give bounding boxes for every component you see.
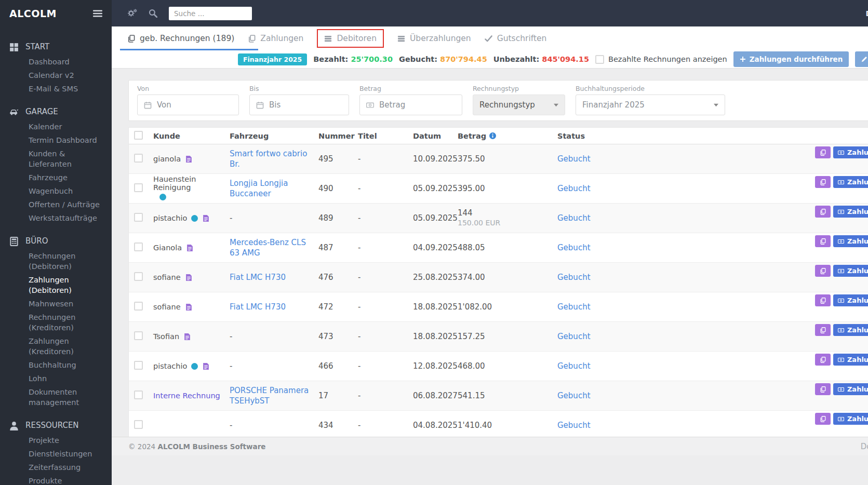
- status-link[interactable]: Gebucht: [557, 213, 591, 223]
- payments-button[interactable]: Zahlungen: [833, 265, 868, 277]
- customer-document-icon[interactable]: [183, 333, 191, 341]
- row-checkbox[interactable]: [134, 154, 143, 163]
- status-link[interactable]: Gebucht: [557, 391, 591, 400]
- payments-button[interactable]: Zahlungen: [833, 294, 868, 306]
- copy-invoice-button[interactable]: [815, 206, 831, 218]
- sidebar-item-dienstleistungen[interactable]: Dienstleistungen: [0, 447, 112, 461]
- row-checkbox[interactable]: [134, 213, 143, 222]
- from-date-input[interactable]: [157, 100, 232, 110]
- sidebar-item-rechnungen-debitoren[interactable]: Rechnungen (Debitoren): [0, 249, 112, 273]
- sidebar-item-offerten-aufträge[interactable]: Offerten / Aufträge: [0, 198, 112, 211]
- vehicle-link[interactable]: Smart fortwo cabrio Br.: [230, 149, 307, 169]
- row-checkbox[interactable]: [134, 331, 143, 340]
- payments-button[interactable]: Zahlungen: [833, 383, 868, 395]
- show-paid-checkbox[interactable]: [595, 55, 604, 64]
- sidebar-item-lohn[interactable]: Lohn: [0, 372, 112, 385]
- sidebar-item-mahnwesen[interactable]: Mahnwesen: [0, 297, 112, 311]
- vehicle-link[interactable]: -: [230, 213, 232, 223]
- customer-document-icon[interactable]: [185, 274, 193, 281]
- customer-name[interactable]: sofiane: [153, 273, 181, 281]
- customer-name[interactable]: sofiane: [153, 303, 181, 311]
- sidebar-item-e-mail-sms[interactable]: E-Mail & SMS: [0, 82, 112, 96]
- status-link[interactable]: Gebucht: [557, 332, 591, 341]
- status-link[interactable]: Gebucht: [557, 154, 591, 164]
- select-all-checkbox[interactable]: [134, 131, 143, 140]
- customer-name[interactable]: Tsofian: [153, 332, 179, 341]
- payments-button[interactable]: Zahlungen: [833, 324, 868, 336]
- tab-überzahlungen[interactable]: Überzahlungen: [397, 26, 471, 50]
- copy-invoice-button[interactable]: [815, 383, 831, 395]
- sidebar-section-ressourcen[interactable]: RESSOURCEN: [0, 417, 112, 434]
- copy-invoice-button[interactable]: [815, 413, 831, 425]
- row-checkbox[interactable]: [134, 243, 143, 251]
- sidebar-section-büro[interactable]: BÜRO: [0, 233, 112, 249]
- sidebar-item-zeiterfassung[interactable]: Zeiterfassung: [0, 461, 112, 474]
- change-status-button[interactable]: Status ändern: [855, 51, 868, 67]
- sidebar-item-rechnungen-kreditoren[interactable]: Rechnungen (Kreditoren): [0, 311, 112, 334]
- language-selector[interactable]: DE: [866, 9, 868, 18]
- customer-name[interactable]: pistachio: [153, 214, 187, 222]
- customer-document-icon[interactable]: [185, 155, 193, 163]
- vehicle-link[interactable]: Mercedes-Benz CLS 63 AMG: [230, 238, 306, 258]
- status-link[interactable]: Gebucht: [557, 302, 591, 312]
- menu-toggle-icon[interactable]: [93, 9, 102, 18]
- tab-debitoren[interactable]: Debitoren: [317, 29, 384, 48]
- info-icon[interactable]: [489, 132, 496, 139]
- status-link[interactable]: Gebucht: [557, 184, 591, 193]
- settings-gears-icon[interactable]: [127, 8, 137, 18]
- status-link[interactable]: Gebucht: [557, 421, 591, 430]
- copy-invoice-button[interactable]: [815, 265, 831, 277]
- payments-button[interactable]: Zahlungen: [833, 206, 868, 218]
- sidebar-item-termin-dashboard[interactable]: Termin Dashboard: [0, 133, 112, 147]
- search-icon[interactable]: [149, 9, 157, 18]
- customer-name[interactable]: Interne Rechnung: [153, 392, 220, 400]
- row-checkbox[interactable]: [134, 183, 143, 192]
- vehicle-link[interactable]: -: [230, 421, 232, 430]
- sidebar-item-kalender[interactable]: Kalender: [0, 120, 112, 133]
- customer-name[interactable]: Gianola: [153, 244, 182, 252]
- status-link[interactable]: Gebucht: [557, 243, 591, 252]
- payments-button[interactable]: Zahlungen: [833, 176, 868, 188]
- period-select[interactable]: Finanzjahr 2025: [576, 95, 725, 115]
- copy-invoice-button[interactable]: [815, 235, 831, 247]
- vehicle-link[interactable]: -: [230, 361, 232, 371]
- sidebar-item-dashboard[interactable]: Dashboard: [0, 55, 112, 69]
- tab-geb-rechnungen-189[interactable]: geb. Rechnungen (189): [127, 26, 234, 50]
- search-input[interactable]: [169, 7, 252, 20]
- tab-zahlungen[interactable]: Zahlungen: [248, 26, 303, 50]
- sidebar-item-calendar-v2[interactable]: Calendar v2: [0, 69, 112, 82]
- sidebar-section-start[interactable]: START: [0, 39, 112, 55]
- sidebar-item-projekte[interactable]: Projekte: [0, 434, 112, 447]
- copy-invoice-button[interactable]: [815, 176, 831, 188]
- amount-field[interactable]: [359, 95, 462, 115]
- tab-gutschriften[interactable]: Gutschriften: [485, 26, 547, 50]
- customer-name[interactable]: pistachio: [153, 362, 187, 370]
- row-checkbox[interactable]: [134, 420, 143, 429]
- vehicle-link[interactable]: Longjia Longjia Buccaneer: [230, 179, 288, 198]
- customer-document-icon[interactable]: [202, 214, 210, 222]
- customer-name[interactable]: Hauenstein Reinigung: [153, 175, 225, 192]
- sidebar-item-dokumenten-management[interactable]: Dokumenten management: [0, 385, 112, 409]
- amount-input[interactable]: [379, 100, 456, 110]
- row-checkbox[interactable]: [134, 272, 143, 281]
- vehicle-link[interactable]: Fiat LMC H730: [230, 273, 286, 282]
- make-payments-button[interactable]: Zahlungen durchführen: [733, 51, 849, 67]
- copy-invoice-button[interactable]: [815, 354, 831, 366]
- vehicle-link[interactable]: PORSCHE Panamera TSEHybST: [230, 386, 309, 406]
- sidebar-item-zahlungen-debitoren[interactable]: Zahlungen (Debitoren): [0, 273, 112, 297]
- to-date-input[interactable]: [269, 100, 342, 110]
- invoice-type-select[interactable]: Rechnungstyp: [473, 95, 565, 115]
- sidebar-section-garage[interactable]: GARAGE: [0, 104, 112, 120]
- sidebar-item-wagenbuch[interactable]: Wagenbuch: [0, 184, 112, 198]
- copy-invoice-button[interactable]: [815, 146, 831, 158]
- customer-name[interactable]: gianola: [153, 155, 181, 163]
- payments-button[interactable]: Zahlungen: [833, 413, 868, 425]
- vehicle-link[interactable]: Fiat LMC H730: [230, 302, 286, 312]
- row-checkbox[interactable]: [134, 302, 143, 311]
- sidebar-item-werkstattaufträge[interactable]: Werkstattaufträge: [0, 211, 112, 225]
- customer-document-icon[interactable]: [186, 244, 194, 252]
- row-checkbox[interactable]: [134, 361, 143, 370]
- payments-button[interactable]: Zahlungen: [833, 146, 868, 158]
- sidebar-item-produkte[interactable]: Produkte: [0, 474, 112, 485]
- sidebar-item-zahlungen-kreditoren[interactable]: Zahlungen (Kreditoren): [0, 334, 112, 358]
